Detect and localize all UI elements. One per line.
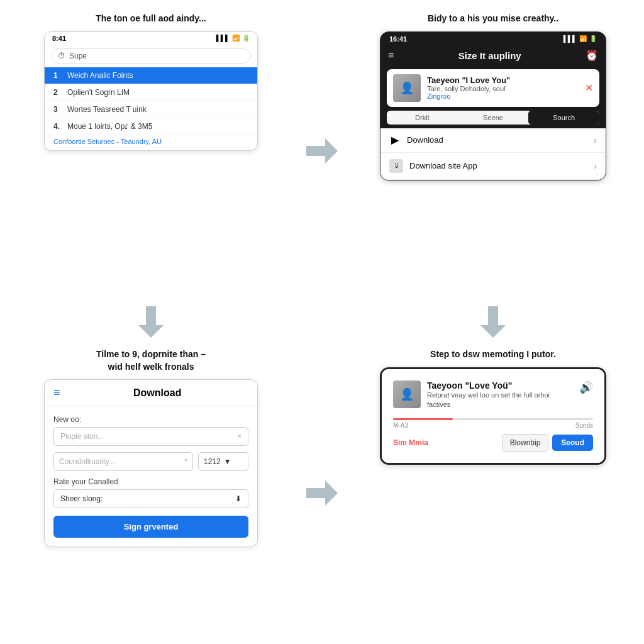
menu-row-download-app[interactable]: ⇓ Download site App › [380,153,606,180]
status-icons: ▌▌▌ 📶 🔋 [216,35,250,42]
tab-drkit[interactable]: Drkit [387,111,458,125]
right-arrow-bottom-svg [303,474,341,512]
tablet-thumb: 👤 [393,380,421,408]
progress-bar-bg [393,418,593,420]
form-select-value: Sheer slong: [60,494,103,503]
tablet-mock: 👤 Taeyoon "Love Yoü" Relprat veay wel lo… [380,367,606,465]
center-cell [302,302,342,342]
q2-caption: Bidy to a his you mise creathy.. [428,13,558,25]
dark-tabs: Drkit Seene Sourch [387,111,599,125]
progress-bar-wrap: M-A3 Sunds [388,414,598,430]
form-hamburger-icon[interactable]: ≡ [53,386,60,399]
dark-toolbar: ≡ Size It aupliny ⏰ [380,46,606,65]
right-arrow-svg [303,132,341,170]
form-header: ≡ Download [45,380,257,406]
tab-sourch[interactable]: Sourch [528,111,599,125]
signal-icon: ▌▌▌ [216,35,230,42]
down-arrow-left-svg [132,303,170,341]
submit-button[interactable]: Sign grvented [53,516,248,538]
list-label-3: Wortes Teasreed T uink [67,105,147,114]
svg-marker-0 [306,138,338,164]
download-form: ≡ Download New oo: Plople ston... × Coun… [44,379,258,547]
list-item-2[interactable]: 2 Oplien't Sogrn LIM [45,84,257,101]
menu-row-download[interactable]: ▶ Download › [380,128,606,153]
song-title: Taeyeon "I Love You" [427,75,579,85]
dark-time: 16:41 [389,35,407,43]
sim-label: Sim Mmia [393,438,428,447]
tab-seene[interactable]: Seene [458,111,529,125]
down-arrow-right-svg [474,303,512,341]
q3-caption: Tilme to 9, doprnite than – wid helf wel… [96,348,206,373]
song-thumbnail: 👤 [393,74,421,102]
dark-battery-icon: 🔋 [589,35,597,42]
dark-title: Size It aupliny [400,50,579,61]
list-num-2: 2 [53,88,62,97]
form-body: New oo: Plople ston... × Coundollruality… [45,406,257,547]
form-input-1[interactable]: Plople ston... × [53,427,248,446]
clear-icon[interactable]: × [237,432,242,441]
search-text: Supe [69,52,87,60]
search-icon: ⏱ [58,52,65,60]
list-label-2: Oplien't Sogrn LIM [67,88,130,97]
tablet-song-sub: Relprat veay wel loo un set the full orh… [427,391,573,410]
phone-dark-q2: 16:41 ▌▌▌ 📶 🔋 ≡ Size It aupliny ⏰ 👤 [380,31,606,180]
form-placeholder-1: Plople ston... [60,432,104,441]
form-select-3[interactable]: Sheer slong: ⬇ [53,489,248,508]
seoud-button[interactable]: Seoud [552,435,593,451]
dark-signal-icon: ▌▌▌ [564,35,577,42]
list-num-4: 4. [53,122,62,131]
wifi-icon: 📶 [232,35,240,42]
arrow-horizontal-top [302,0,342,302]
blownbip-button[interactable]: Blownbip [502,434,549,452]
close-button[interactable]: ✕ [585,82,593,94]
progress-right: Sunds [575,422,593,429]
dark-status-bar: 16:41 ▌▌▌ 📶 🔋 [380,32,606,46]
form-select-num[interactable]: 1212 ▼ [198,452,248,471]
progress-labels: M-A3 Sunds [393,422,593,429]
form-select-country[interactable]: Coundollruality... * [53,452,193,471]
num-value: 1212 [204,457,221,466]
arrow-vertical-right [342,302,644,342]
country-placeholder: Coundollruality... [59,457,115,466]
svg-marker-3 [306,480,338,506]
asterisk: * [184,457,187,466]
menu-label-download: Download [407,135,587,145]
svg-marker-2 [480,306,506,338]
form-title: Download [67,387,248,399]
phone-time: 8:41 [52,35,66,42]
q1-caption: The ton oe full aod aindy... [96,13,206,25]
quadrant-top-left: The ton oe full aod aindy... 8:41 ▌▌▌ 📶 … [0,0,302,302]
tablet-inner: 👤 Taeyoon "Love Yoü" Relprat veay wel lo… [382,369,604,464]
song-tag: Zingroo [427,92,579,100]
list-label-1: Weich Analic Foints [67,71,133,80]
phone-search-bar[interactable]: ⏱ Supe [51,48,251,64]
sound-icon[interactable]: 🔊 [579,380,593,394]
menu-label-download-app: Download site App [409,161,587,170]
q4-caption: Step to dsw memoting I putor. [430,348,556,361]
clock-icon[interactable]: ⏰ [586,50,598,62]
dropdown-icon: ▼ [224,457,231,466]
battery-icon: 🔋 [242,35,250,42]
list-label-4: Moue 1 loirts, Opɾ & 3M5 [67,122,152,131]
form-label-1: New oo: [53,415,248,424]
list-item-4[interactable]: 4. Moue 1 loirts, Opɾ & 3M5 [45,118,257,135]
list-num-3: 3 [53,105,62,114]
form-label-3: Rate your Canalled [53,477,248,486]
tablet-footer: Sim Mmia Blownbip Seoud [388,430,598,457]
hamburger-icon[interactable]: ≡ [388,50,394,61]
dark-status-icons: ▌▌▌ 📶 🔋 [564,35,597,42]
chevron-right-icon: › [594,135,597,145]
chevron-right-icon-2: › [594,161,597,171]
play-icon: ▶ [389,135,401,146]
arrow-horizontal-bottom [302,342,342,644]
song-thumb-image: 👤 [393,74,421,102]
list-item-3[interactable]: 3 Wortes Teasreed T uink [45,101,257,118]
tablet-song-title: Taeyoon "Love Yoü" [427,380,573,391]
song-card-q2: 👤 Taeyeon "I Love You" Tare, solly Dehad… [387,69,599,107]
form-row-2: Coundollruality... * 1212 ▼ [53,452,248,471]
svg-marker-1 [138,306,164,338]
list-item-1[interactable]: 1 Weich Analic Foints [45,67,257,84]
tablet-song-card: 👤 Taeyoon "Love Yoü" Relprat veay wel lo… [388,375,598,415]
blue-link[interactable]: Confoortie Seiuroec - Teaundry, AU [45,135,257,150]
quadrant-bottom-right: Step to dsw memoting I putor. 👤 Taeyoon … [342,342,644,644]
